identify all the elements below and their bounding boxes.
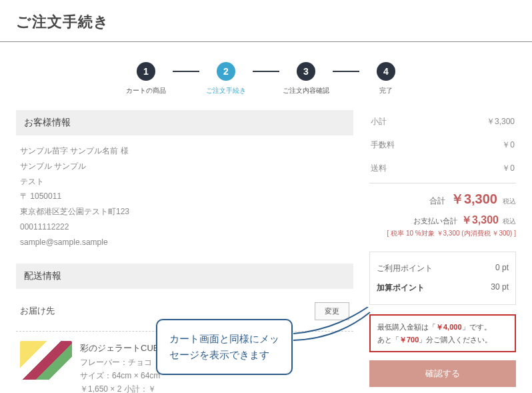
min-purchase-warning: 最低購入金額は「￥4,000」です。 あと「￥700」分ご購入ください。: [369, 314, 516, 352]
shipping-dest-label: お届け先: [20, 305, 55, 317]
step-circle: 1: [137, 62, 155, 81]
summary-total-row: 合計 ￥3,300 税込: [369, 183, 516, 210]
step-connector: [173, 71, 199, 72]
step-connector: [253, 71, 279, 72]
confirm-button[interactable]: 確認する: [369, 360, 516, 387]
points-value: 30 pt: [491, 282, 509, 294]
warn-text: 」です。: [462, 323, 491, 331]
product-size: サイズ：64cm × 64cm: [80, 369, 165, 382]
customer-line: 00011112222: [20, 220, 349, 235]
summary-pay-row: お支払い合計 ￥3,300 税込: [369, 210, 516, 229]
product-flavor: フレーバー：チョコ: [80, 356, 165, 369]
step-label: ご注文内容確認: [283, 86, 329, 95]
warn-text: あと「: [377, 336, 399, 344]
warn-amount: ￥700: [399, 336, 419, 344]
step-circle: 4: [377, 62, 395, 81]
customer-line: サンプル サンプル: [20, 159, 349, 174]
summary-total-label: 合計: [429, 195, 445, 207]
summary-value: ￥0: [502, 163, 515, 174]
step-circle: 3: [297, 62, 315, 81]
product-thumbnail: [20, 341, 72, 380]
summary-label: 小計: [371, 116, 387, 127]
step-3: 3 ご注文内容確認: [279, 62, 333, 95]
step-label: ご注文手続き: [206, 86, 246, 95]
warn-text: 最低購入金額は「: [377, 323, 436, 331]
change-address-button[interactable]: 変更: [315, 302, 349, 320]
warn-text: 」分ご購入ください。: [419, 336, 492, 344]
summary-label: 送料: [371, 163, 387, 174]
summary-subtotal-row: 小計 ￥3,300: [369, 110, 516, 133]
product-name: 彩のジェラートCUBE: [80, 341, 165, 356]
step-connector: [333, 71, 359, 72]
summary-fee-row: 手数料 ￥0: [369, 133, 516, 157]
summary-pay-value: ￥3,300: [461, 214, 499, 228]
summary-tax-incl: 税込: [503, 217, 516, 226]
summary-total-value: ￥3,300: [451, 190, 497, 208]
points-block: ご利用ポイント 0 pt 加算ポイント 30 pt: [369, 252, 516, 305]
customer-info-header: お客様情報: [16, 110, 353, 135]
step-label: カートの商品: [126, 86, 166, 95]
step-indicator: 1 カートの商品 2 ご注文手続き 3 ご注文内容確認 4 完了: [0, 42, 532, 110]
step-label: 完了: [379, 86, 393, 95]
warn-amount: ￥4,000: [436, 323, 462, 331]
shipping-info-header: 配送情報: [16, 264, 353, 289]
points-label: ご利用ポイント: [377, 263, 433, 274]
customer-line: サンプル苗字 サンプル名前 様: [20, 143, 349, 159]
customer-line: sample@sample.sample: [20, 235, 349, 250]
customer-line: 東京都港区芝公園テスト町123: [20, 204, 349, 220]
customer-line: テスト: [20, 174, 349, 189]
points-use-row: ご利用ポイント 0 pt: [377, 259, 509, 278]
product-price-line: ￥1,650 × 2 小計：￥: [80, 382, 165, 393]
callout-line: セージを表示できます: [169, 347, 279, 363]
step-1: 1 カートの商品: [119, 62, 173, 95]
summary-ship-row: 送料 ￥0: [369, 157, 516, 180]
points-add-row: 加算ポイント 30 pt: [377, 278, 509, 298]
step-circle: 2: [217, 62, 235, 81]
page-title: ご注文手続き: [0, 0, 532, 42]
customer-info-block: サンプル苗字 サンプル名前 様 サンプル サンプル テスト 〒 1050011 …: [16, 143, 353, 264]
summary-tax-note: [ 税率 10 %対象 ￥3,300 (内消費税 ￥300) ]: [369, 229, 516, 245]
callout-line: カート画面と同様にメッ: [169, 331, 279, 347]
summary-label: 手数料: [371, 139, 395, 151]
summary-tax-incl: 税込: [503, 197, 516, 206]
customer-line: 〒 1050011: [20, 189, 349, 204]
points-label: 加算ポイント: [377, 282, 425, 294]
step-2: 2 ご注文手続き: [199, 62, 253, 95]
summary-pay-label: お支払い合計: [413, 216, 457, 226]
points-value: 0 pt: [495, 263, 509, 274]
summary-value: ￥0: [502, 139, 515, 151]
summary-value: ￥3,300: [487, 116, 515, 127]
step-4: 4 完了: [359, 62, 413, 95]
annotation-callout: カート画面と同様にメッ セージを表示できます: [156, 319, 293, 375]
